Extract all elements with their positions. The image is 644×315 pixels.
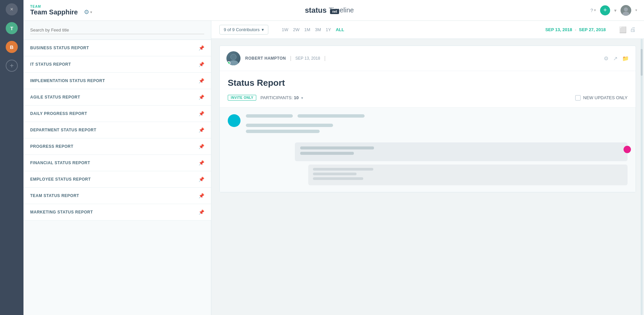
feed-item-label: AGILE STATUS REPORT [30,95,80,100]
card-body: Status Report INVITE ONLY PARTICIPANTS: … [220,71,636,107]
feed-item-label: DEPARTMENT STATUS REPORT [30,128,96,132]
pin-icon[interactable]: 📌 [199,94,204,100]
pin-icon[interactable]: 📌 [199,45,204,51]
date-end: SEP 27, 2018 [579,27,606,32]
feed-item[interactable]: IT STATUS REPORT 📌 [23,56,211,73]
team-b-avatar[interactable]: B [6,41,18,53]
content-area: BUSINESS STATUS REPORT 📌 IT STATUS REPOR… [23,21,644,315]
date-range: SEP 13, 2018 - SEP 27, 2018 [545,27,606,32]
pin-icon[interactable]: 📌 [199,127,204,133]
author-name: ROBERT HAMPTON [245,56,286,61]
add-button[interactable]: + [600,5,610,15]
report-title: Status Report [228,78,628,88]
pin-icon[interactable]: 📌 [199,78,204,83]
svg-point-4 [231,54,236,60]
feed-item-label: FINANCIAL STATUS REPORT [30,161,90,165]
help-icon: ? [590,8,593,13]
feed-content-wrapper: ROBERT HAMPTON | SEP 13, 2018 | ⚙ ↗ 📁 [211,39,644,315]
feed-content: ROBERT HAMPTON | SEP 13, 2018 | ⚙ ↗ 📁 [211,39,644,199]
time-filters: 1W2W1M3M1YALL [282,27,344,32]
feed-item[interactable]: TEAM STATUS REPORT 📌 [23,188,211,204]
folder-icon[interactable]: 📁 [622,55,629,62]
card-meta-row: INVITE ONLY PARTICIPANTS: 10 ▾ NEW UPDAT… [228,95,628,101]
close-icon: × [10,6,13,12]
new-updates-wrap: NEW UPDATES ONLY [575,95,628,101]
chevron-user-icon: ▾ [614,8,616,13]
feed-item[interactable]: FINANCIAL STATUS REPORT 📌 [23,155,211,171]
gear-icon: ⚙ [84,8,89,16]
search-input[interactable] [30,26,204,34]
time-filter-all[interactable]: ALL [336,27,344,32]
time-filter-1y[interactable]: 1Y [326,27,331,32]
user-avatar[interactable] [621,5,631,16]
time-filter-1m[interactable]: 1M [304,27,310,32]
scrollbar-thumb [641,49,643,76]
comment-box-1 [295,142,628,161]
feed-item-label: BUSINESS STATUS REPORT [30,46,89,50]
feed-item[interactable]: AGILE STATUS REPORT 📌 [23,89,211,106]
time-filter-3m[interactable]: 3M [315,27,321,32]
left-sidebar: BUSINESS STATUS REPORT 📌 IT STATUS REPOR… [23,21,211,315]
feed-item[interactable]: MARKETING STATUS REPORT 📌 [23,204,211,220]
contributors-label: 9 of 9 Contributors [224,27,260,32]
close-button[interactable]: × [6,3,18,15]
date-start: SEP 13, 2018 [545,27,572,32]
feed-item[interactable]: DEPARTMENT STATUS REPORT 📌 [23,122,211,138]
settings-icon[interactable]: ⚙ [604,55,608,62]
feed-item[interactable]: PROGRESS REPORT 📌 [23,138,211,155]
report-date: SEP 13, 2018 [296,56,320,61]
icon-bar: × T B + [0,0,23,315]
feed-item-label: IT STATUS REPORT [30,62,71,67]
feed-item-label: TEAM STATUS REPORT [30,193,79,198]
feed-item[interactable]: DAILY PROGRESS REPORT 📌 [23,106,211,122]
preview-avatar-1 [228,114,240,127]
card-actions: ⚙ ↗ 📁 [604,55,629,62]
feed-item[interactable]: EMPLOYEE STATUS REPORT 📌 [23,171,211,188]
pin-icon[interactable]: 📌 [199,209,204,215]
author-avatar [226,51,240,65]
comment-preview-area [295,142,628,185]
new-updates-label: NEW UPDATES ONLY [583,95,628,100]
feed-item-label: DAILY PROGRESS REPORT [30,111,87,116]
main-wrapper: TEAM Team Sapphire ⚙ ▾ Timeline status n… [23,0,644,315]
help-button[interactable]: ? ▾ [590,8,596,13]
participants-label: PARTICIPANTS: 10 ▾ [260,95,303,100]
export-print-icon[interactable]: 🖨 [630,26,636,33]
comment-avatar-dot [624,146,631,153]
contributors-select[interactable]: 9 of 9 Contributors ▾ [219,25,268,35]
date-separator: - [575,27,576,32]
feed-item[interactable]: IMPLEMENTATION STATUS REPORT 📌 [23,73,211,89]
invite-badge: INVITE ONLY [228,95,256,101]
feed-item[interactable]: BUSINESS STATUS REPORT 📌 [23,40,211,56]
export-icons: ⬜ 🖨 [619,26,636,34]
pin-icon[interactable]: 📌 [199,177,204,182]
time-filter-1w[interactable]: 1W [282,27,288,32]
svg-point-0 [624,7,628,11]
contributors-chevron-icon: ▾ [262,27,264,32]
pin-icon[interactable]: 📌 [199,111,204,116]
pin-icon[interactable]: 📌 [199,62,204,67]
team-t-avatar[interactable]: T [6,22,18,34]
status-report-card: ROBERT HAMPTON | SEP 13, 2018 | ⚙ ↗ 📁 [219,46,636,192]
feed-list: BUSINESS STATUS REPORT 📌 IT STATUS REPOR… [23,40,211,315]
timeline-controls: 9 of 9 Contributors ▾ 1W2W1M3M1YALL SEP … [211,21,644,39]
search-bar-wrap [23,21,211,40]
pin-icon[interactable]: 📌 [199,193,204,198]
chevron-down-icon: ▾ [90,10,92,14]
settings-button[interactable]: ⚙ ▾ [84,8,92,16]
export-page-icon[interactable]: ⬜ [619,26,627,34]
add-team-button[interactable]: + [6,60,18,72]
new-updates-checkbox[interactable] [575,95,581,101]
share-icon[interactable]: ↗ [613,55,618,62]
main-content: 9 of 9 Contributors ▾ 1W2W1M3M1YALL SEP … [211,21,644,315]
feed-item-label: PROGRESS REPORT [30,144,73,149]
scrollbar[interactable] [641,39,643,315]
participants-chevron-icon[interactable]: ▾ [301,96,303,100]
user-chevron-icon: ▾ [635,8,637,12]
feed-item-label: IMPLEMENTATION STATUS REPORT [30,78,105,83]
pin-icon[interactable]: 📌 [199,160,204,166]
time-filter-2w[interactable]: 2W [293,27,300,32]
pin-icon[interactable]: 📌 [199,144,204,149]
brand-logo: status net [305,6,339,15]
preview-lines-1 [246,114,628,136]
